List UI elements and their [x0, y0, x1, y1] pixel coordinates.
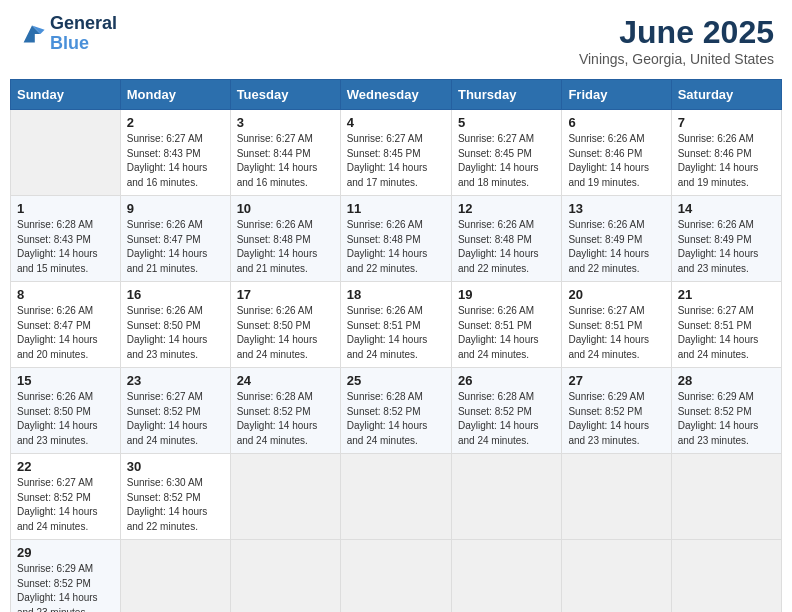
- calendar-cell: 25Sunrise: 6:28 AMSunset: 8:52 PMDayligh…: [340, 368, 451, 454]
- day-number: 26: [458, 373, 555, 388]
- calendar-week-row: 2Sunrise: 6:27 AMSunset: 8:43 PMDaylight…: [11, 110, 782, 196]
- cell-info: Sunrise: 6:28 AMSunset: 8:52 PMDaylight:…: [237, 390, 334, 448]
- day-number: 6: [568, 115, 664, 130]
- calendar-cell: 29Sunrise: 6:29 AMSunset: 8:52 PMDayligh…: [11, 540, 121, 613]
- day-number: 30: [127, 459, 224, 474]
- calendar-cell: [340, 454, 451, 540]
- day-number: 3: [237, 115, 334, 130]
- page-header: General Blue June 2025 Vinings, Georgia,…: [10, 10, 782, 71]
- calendar-cell: 17Sunrise: 6:26 AMSunset: 8:50 PMDayligh…: [230, 282, 340, 368]
- day-number: 12: [458, 201, 555, 216]
- cell-info: Sunrise: 6:27 AMSunset: 8:45 PMDaylight:…: [458, 132, 555, 190]
- day-number: 1: [17, 201, 114, 216]
- calendar-week-row: 1Sunrise: 6:28 AMSunset: 8:43 PMDaylight…: [11, 196, 782, 282]
- day-number: 27: [568, 373, 664, 388]
- day-number: 29: [17, 545, 114, 560]
- day-number: 21: [678, 287, 775, 302]
- day-number: 4: [347, 115, 445, 130]
- day-number: 13: [568, 201, 664, 216]
- calendar-cell: 3Sunrise: 6:27 AMSunset: 8:44 PMDaylight…: [230, 110, 340, 196]
- calendar-cell: 5Sunrise: 6:27 AMSunset: 8:45 PMDaylight…: [451, 110, 561, 196]
- cell-info: Sunrise: 6:26 AMSunset: 8:49 PMDaylight:…: [678, 218, 775, 276]
- cell-info: Sunrise: 6:26 AMSunset: 8:46 PMDaylight:…: [678, 132, 775, 190]
- calendar-cell: [340, 540, 451, 613]
- cell-info: Sunrise: 6:27 AMSunset: 8:51 PMDaylight:…: [568, 304, 664, 362]
- calendar-cell: 2Sunrise: 6:27 AMSunset: 8:43 PMDaylight…: [120, 110, 230, 196]
- col-header-sunday: Sunday: [11, 80, 121, 110]
- cell-info: Sunrise: 6:26 AMSunset: 8:48 PMDaylight:…: [347, 218, 445, 276]
- calendar-cell: 14Sunrise: 6:26 AMSunset: 8:49 PMDayligh…: [671, 196, 781, 282]
- cell-info: Sunrise: 6:29 AMSunset: 8:52 PMDaylight:…: [17, 562, 114, 612]
- calendar-cell: 6Sunrise: 6:26 AMSunset: 8:46 PMDaylight…: [562, 110, 671, 196]
- calendar-cell: 4Sunrise: 6:27 AMSunset: 8:45 PMDaylight…: [340, 110, 451, 196]
- calendar-cell: 13Sunrise: 6:26 AMSunset: 8:49 PMDayligh…: [562, 196, 671, 282]
- cell-info: Sunrise: 6:26 AMSunset: 8:48 PMDaylight:…: [458, 218, 555, 276]
- cell-info: Sunrise: 6:27 AMSunset: 8:44 PMDaylight:…: [237, 132, 334, 190]
- calendar-cell: 22Sunrise: 6:27 AMSunset: 8:52 PMDayligh…: [11, 454, 121, 540]
- calendar-cell: 23Sunrise: 6:27 AMSunset: 8:52 PMDayligh…: [120, 368, 230, 454]
- day-number: 25: [347, 373, 445, 388]
- cell-info: Sunrise: 6:26 AMSunset: 8:51 PMDaylight:…: [458, 304, 555, 362]
- cell-info: Sunrise: 6:27 AMSunset: 8:52 PMDaylight:…: [127, 390, 224, 448]
- day-number: 17: [237, 287, 334, 302]
- title-block: June 2025 Vinings, Georgia, United State…: [579, 14, 774, 67]
- calendar-table: SundayMondayTuesdayWednesdayThursdayFrid…: [10, 79, 782, 612]
- day-number: 7: [678, 115, 775, 130]
- calendar-cell: 27Sunrise: 6:29 AMSunset: 8:52 PMDayligh…: [562, 368, 671, 454]
- calendar-cell: 20Sunrise: 6:27 AMSunset: 8:51 PMDayligh…: [562, 282, 671, 368]
- day-number: 22: [17, 459, 114, 474]
- day-number: 5: [458, 115, 555, 130]
- calendar-cell: 16Sunrise: 6:26 AMSunset: 8:50 PMDayligh…: [120, 282, 230, 368]
- day-number: 28: [678, 373, 775, 388]
- calendar-cell: [671, 454, 781, 540]
- day-number: 18: [347, 287, 445, 302]
- cell-info: Sunrise: 6:28 AMSunset: 8:52 PMDaylight:…: [347, 390, 445, 448]
- calendar-cell: [451, 454, 561, 540]
- cell-info: Sunrise: 6:26 AMSunset: 8:46 PMDaylight:…: [568, 132, 664, 190]
- calendar-cell: 24Sunrise: 6:28 AMSunset: 8:52 PMDayligh…: [230, 368, 340, 454]
- col-header-tuesday: Tuesday: [230, 80, 340, 110]
- calendar-cell: [451, 540, 561, 613]
- calendar-cell: [671, 540, 781, 613]
- day-number: 19: [458, 287, 555, 302]
- day-number: 8: [17, 287, 114, 302]
- cell-info: Sunrise: 6:27 AMSunset: 8:45 PMDaylight:…: [347, 132, 445, 190]
- cell-info: Sunrise: 6:26 AMSunset: 8:48 PMDaylight:…: [237, 218, 334, 276]
- calendar-cell: [230, 454, 340, 540]
- cell-info: Sunrise: 6:26 AMSunset: 8:50 PMDaylight:…: [127, 304, 224, 362]
- calendar-cell: 30Sunrise: 6:30 AMSunset: 8:52 PMDayligh…: [120, 454, 230, 540]
- cell-info: Sunrise: 6:27 AMSunset: 8:51 PMDaylight:…: [678, 304, 775, 362]
- calendar-week-row: 29Sunrise: 6:29 AMSunset: 8:52 PMDayligh…: [11, 540, 782, 613]
- day-number: 16: [127, 287, 224, 302]
- cell-info: Sunrise: 6:29 AMSunset: 8:52 PMDaylight:…: [678, 390, 775, 448]
- cell-info: Sunrise: 6:26 AMSunset: 8:50 PMDaylight:…: [237, 304, 334, 362]
- calendar-week-row: 22Sunrise: 6:27 AMSunset: 8:52 PMDayligh…: [11, 454, 782, 540]
- calendar-cell: 12Sunrise: 6:26 AMSunset: 8:48 PMDayligh…: [451, 196, 561, 282]
- day-number: 14: [678, 201, 775, 216]
- cell-info: Sunrise: 6:26 AMSunset: 8:47 PMDaylight:…: [127, 218, 224, 276]
- calendar-cell: [562, 540, 671, 613]
- day-number: 2: [127, 115, 224, 130]
- calendar-header-row: SundayMondayTuesdayWednesdayThursdayFrid…: [11, 80, 782, 110]
- calendar-cell: 1Sunrise: 6:28 AMSunset: 8:43 PMDaylight…: [11, 196, 121, 282]
- day-number: 11: [347, 201, 445, 216]
- cell-info: Sunrise: 6:29 AMSunset: 8:52 PMDaylight:…: [568, 390, 664, 448]
- calendar-cell: 10Sunrise: 6:26 AMSunset: 8:48 PMDayligh…: [230, 196, 340, 282]
- cell-info: Sunrise: 6:26 AMSunset: 8:50 PMDaylight:…: [17, 390, 114, 448]
- calendar-cell: 18Sunrise: 6:26 AMSunset: 8:51 PMDayligh…: [340, 282, 451, 368]
- calendar-cell: 15Sunrise: 6:26 AMSunset: 8:50 PMDayligh…: [11, 368, 121, 454]
- cell-info: Sunrise: 6:27 AMSunset: 8:52 PMDaylight:…: [17, 476, 114, 534]
- cell-info: Sunrise: 6:28 AMSunset: 8:52 PMDaylight:…: [458, 390, 555, 448]
- cell-info: Sunrise: 6:26 AMSunset: 8:51 PMDaylight:…: [347, 304, 445, 362]
- calendar-cell: 28Sunrise: 6:29 AMSunset: 8:52 PMDayligh…: [671, 368, 781, 454]
- day-number: 15: [17, 373, 114, 388]
- calendar-cell: 9Sunrise: 6:26 AMSunset: 8:47 PMDaylight…: [120, 196, 230, 282]
- col-header-friday: Friday: [562, 80, 671, 110]
- day-number: 23: [127, 373, 224, 388]
- cell-info: Sunrise: 6:28 AMSunset: 8:43 PMDaylight:…: [17, 218, 114, 276]
- day-number: 24: [237, 373, 334, 388]
- calendar-cell: 21Sunrise: 6:27 AMSunset: 8:51 PMDayligh…: [671, 282, 781, 368]
- calendar-cell: [11, 110, 121, 196]
- calendar-cell: 19Sunrise: 6:26 AMSunset: 8:51 PMDayligh…: [451, 282, 561, 368]
- day-number: 10: [237, 201, 334, 216]
